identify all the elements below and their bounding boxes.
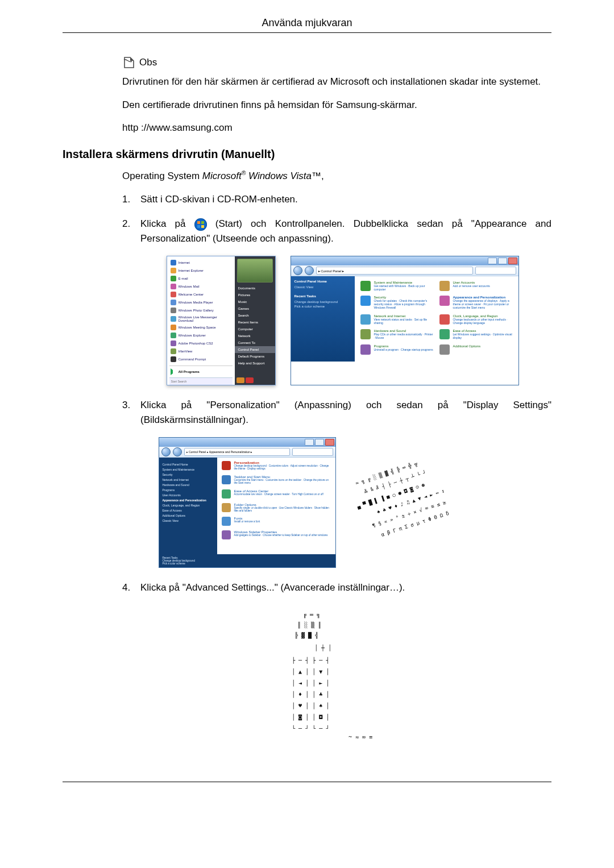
start-menu-item[interactable]: Windows Live Messenger Download [169,314,233,323]
start-menu-item[interactable]: Windows Meeting Space [169,323,233,331]
start-menu-item[interactable]: Internet Explorer [169,267,233,275]
start-menu-item[interactable]: Adobe Photoshop CS2 [169,339,233,347]
cp-side-head[interactable]: Control Panel Home [294,280,351,283]
cp-category[interactable]: SecurityCheck for updates · Check this c… [360,296,434,312]
start-menu-item[interactable]: Windows Photo Gallery [169,306,233,314]
figure-placeholder-image-2: ╔ ═ ╗ ║ ░ ▒ ║ ╠ ▓ █ ╣ │ ┼ │ ├ ─ ┤ ├ ─ ┤ … [263,605,411,747]
start-menu-right-item[interactable]: Help and Support [235,360,275,367]
p-item[interactable]: PersonalizationChange desktop background… [222,461,331,471]
start-menu-right-item[interactable]: Games [235,305,275,312]
app-icon [171,325,176,330]
p-side-link[interactable]: Additional Options [163,514,214,517]
start-menu-right-item[interactable]: Search [235,312,275,319]
nav-back-button[interactable] [293,266,302,275]
start-menu-item-label: Internet [179,261,190,264]
figure-personalization-window: ▸ Control Panel ▸ Appearance and Persona… [159,437,336,568]
cp-category[interactable]: Additional Options [439,344,513,357]
p-side-link[interactable]: Ease of Access [163,509,214,512]
cp-side-classic-view[interactable]: Classic View [294,285,351,289]
start-menu-item-label: Windows Live Messenger Download [179,315,231,322]
start-menu-right-item[interactable]: Music [235,298,275,305]
p-side-link[interactable]: Programs [163,488,214,492]
step-2: 2. Klicka på (Start) och Kontrollpanelen… [122,217,551,246]
start-menu-right-item[interactable]: Recent Items [235,319,275,326]
start-menu-item[interactable]: Windows Media Player [169,298,233,306]
p-item-icon [222,475,231,484]
cp-category[interactable]: ProgramsUninstall a program · Change sta… [360,344,434,357]
cp-category[interactable]: Ease of AccessLet Windows suggest settin… [439,329,513,342]
nav-forward-button[interactable] [305,266,314,275]
figure-control-panel: ▸ Control Panel ▸ Control Panel Home Cla… [291,256,519,385]
svg-text:╠ ▓ █ ╣: ╠ ▓ █ ╣ [294,632,318,639]
app-icon [171,292,176,297]
start-menu-right-item[interactable]: Default Programs [235,353,275,360]
start-menu-lock-button[interactable] [246,377,254,383]
start-menu-item[interactable]: E-mail [169,275,233,283]
start-menu-item[interactable]: Command Prompt [169,355,233,363]
breadcrumb[interactable]: ▸ Control Panel ▸ Appearance and Persona… [184,448,290,456]
start-menu-item-label: IrfanView [179,350,193,353]
cp-category[interactable]: User AccountsAdd or remove user accounts [439,281,513,293]
window-maximize-button[interactable] [315,439,324,446]
p-item[interactable]: Taskbar and Start MenuCustomize the Star… [222,475,331,485]
start-menu-item[interactable]: Windows Mail [169,283,233,290]
cp-side-recent-1[interactable]: Change desktop background [294,300,351,304]
nav-back-button[interactable] [161,447,171,456]
cp-category-sub: Get started with Windows · Back up your … [374,284,434,291]
start-menu-right-item[interactable]: Connect To [235,339,275,346]
p-item[interactable]: FontsInstall or remove a font [222,517,331,526]
start-menu-item[interactable]: Windows Explorer [169,331,233,339]
window-minimize-button[interactable] [305,439,314,446]
p-side-link[interactable]: System and Maintenance [163,468,214,471]
cp-search-box[interactable] [475,267,516,275]
start-menu-item[interactable]: Internet [169,259,233,267]
p-recent-2[interactable]: Pick a color scheme [163,562,332,565]
p-side-link[interactable]: Network and Internet [163,478,214,481]
p-side-link[interactable]: Classic View [163,519,214,522]
app-icon [171,340,176,346]
os-rest: Windows Vista™ [246,171,321,181]
p-side-link[interactable]: Clock, Language, and Region [163,504,214,507]
start-menu-item-label: Welcome Center [179,293,204,296]
window-maximize-button[interactable] [498,258,507,264]
p-item-desc: Install or remove a font [234,520,260,523]
p-side-link[interactable]: Security [163,473,214,476]
window-minimize-button[interactable] [488,258,497,264]
cp-category[interactable]: Clock, Language, and RegionChange keyboa… [439,314,513,327]
category-icon [439,344,450,355]
nav-forward-button[interactable] [173,447,182,456]
start-menu-right-item[interactable]: Network [235,333,275,339]
svg-text:└ ─ ┘   └ ─ ┘: └ ─ ┘ └ ─ ┘ [292,725,329,732]
p-item-desc: Change desktop background · Customize co… [234,464,331,471]
start-menu-item[interactable]: Welcome Center [169,290,233,298]
p-side-link[interactable]: User Accounts [163,493,214,497]
start-menu-search[interactable]: Start Search [169,377,233,385]
window-titlebar [159,438,335,447]
cp-side-recent-2[interactable]: Pick a color scheme [294,305,351,308]
cp-category[interactable]: Network and InternetView network status … [360,314,434,327]
start-menu-right-item[interactable]: Pictures [235,292,275,298]
start-menu-right-item[interactable]: Documents [235,285,275,292]
p-item[interactable]: Folder OptionsSpecify single- or double-… [222,503,331,513]
p-item[interactable]: Windows Sidebar PropertiesAdd gadgets to… [222,530,331,539]
p-item[interactable]: Ease of Access CenterAccommodate low vis… [222,489,331,499]
window-close-button[interactable] [508,258,517,264]
breadcrumb[interactable]: ▸ Control Panel ▸ [316,267,473,275]
start-menu-item-label: Windows Mail [179,285,200,288]
window-titlebar [291,256,518,265]
p-side-link[interactable]: Appearance and Personalization [163,499,214,502]
p-side-link[interactable]: Control Panel Home [163,463,214,466]
start-menu-avatar [237,259,273,283]
start-menu-right-item[interactable]: Computer [235,326,275,333]
start-menu-item[interactable]: IrfanView [169,347,233,355]
cp-category[interactable]: System and MaintenanceGet started with W… [360,281,434,293]
cp-search-box[interactable] [292,448,333,456]
start-menu-power-button[interactable] [237,377,244,383]
cp-category[interactable]: Hardware and SoundPlay CDs or other medi… [360,329,434,342]
window-close-button[interactable] [325,439,334,446]
start-menu-right-item[interactable]: Control Panel [235,346,275,353]
start-menu-all-programs[interactable]: All Programs [169,366,233,377]
p-side-link[interactable]: Hardware and Sound [163,483,214,487]
cp-category[interactable]: Appearance and PersonalizationChange the… [439,296,513,312]
category-icon [439,296,450,306]
